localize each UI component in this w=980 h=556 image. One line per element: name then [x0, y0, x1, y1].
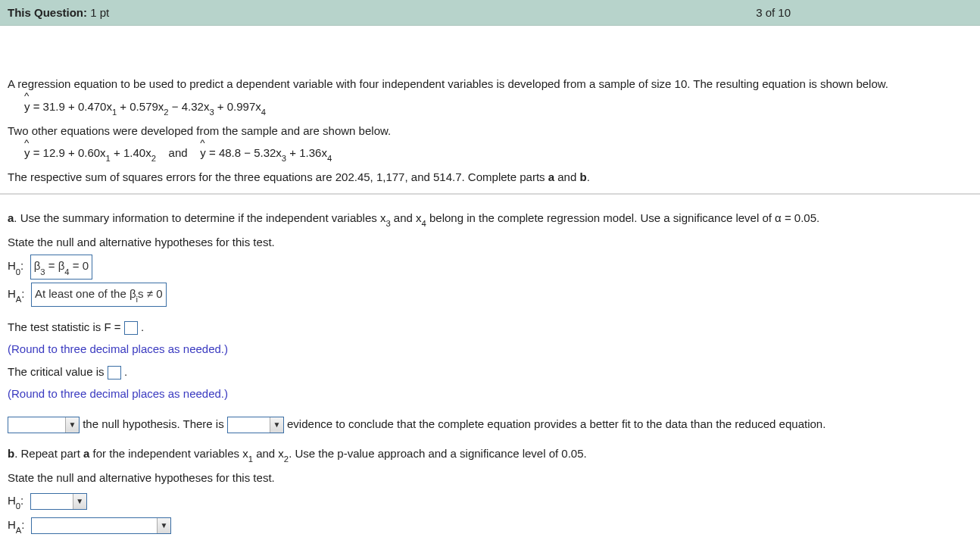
part-b-h0-row: H0: ▼ — [8, 491, 972, 512]
critical-value-input[interactable] — [108, 366, 121, 380]
question-label: This Question: — [8, 6, 87, 19]
question-points: 1 pt — [90, 6, 109, 19]
part-a-question: a. Use the summary information to determ… — [8, 208, 972, 230]
content: A regression equation to be used to pred… — [0, 26, 980, 542]
equation-1: y = 31.9 + 0.470x1 + 0.579x2 − 4.32x3 + … — [8, 97, 972, 118]
part-a-section: a. Use the summary information to determ… — [0, 194, 980, 542]
intro-text: A regression equation to be used to pred… — [8, 74, 972, 94]
h0-row: H0: β3 = β4 = 0 — [8, 255, 972, 279]
reject-dropdown[interactable]: ▼ — [8, 417, 80, 433]
equations-2-3: y = 12.9 + 0.60x1 + 1.40x2 and y = 48.8 … — [8, 143, 972, 164]
test-stat-row: The test statistic is F = . — [8, 317, 972, 337]
question-progress: 3 of 10 — [756, 6, 791, 19]
part-b-state: State the null and alternative hypothese… — [8, 468, 972, 488]
evidence-dropdown[interactable]: ▼ — [227, 417, 284, 433]
two-other-text: Two other equations were developed from … — [8, 121, 972, 141]
round-hint-2: (Round to three decimal places as needed… — [8, 384, 972, 404]
chevron-down-icon: ▼ — [157, 518, 170, 533]
question-header: This Question: 1 pt 3 of 10 — [0, 0, 980, 26]
sse-line: The respective sum of squares errors for… — [8, 167, 972, 187]
critical-value-row: The critical value is . — [8, 362, 972, 382]
chevron-down-icon: ▼ — [65, 417, 79, 433]
part-a-state: State the null and alternative hypothese… — [8, 233, 972, 252]
round-hint-1: (Round to three decimal places as needed… — [8, 339, 972, 359]
chevron-down-icon: ▼ — [270, 417, 283, 433]
ha-row: HA: At least one of the βis ≠ 0 — [8, 283, 972, 307]
problem-intro-section: A regression equation to be used to pred… — [0, 26, 980, 193]
f-stat-input[interactable] — [124, 321, 138, 335]
ha-b-dropdown[interactable]: ▼ — [31, 517, 171, 534]
ha-selected-value[interactable]: At least one of the βis ≠ 0 — [31, 283, 167, 307]
part-b-question: b. Repeat part a for the independent var… — [8, 444, 972, 465]
part-b-ha-row: HA: ▼ — [8, 515, 972, 536]
question-label-group: This Question: 1 pt — [8, 6, 109, 19]
h0-selected-value[interactable]: β3 = β4 = 0 — [30, 255, 92, 279]
chevron-down-icon: ▼ — [73, 494, 86, 509]
h0-b-dropdown[interactable]: ▼ — [30, 493, 87, 510]
conclusion-row: ▼ the null hypothesis. There is ▼ eviden… — [8, 414, 972, 434]
